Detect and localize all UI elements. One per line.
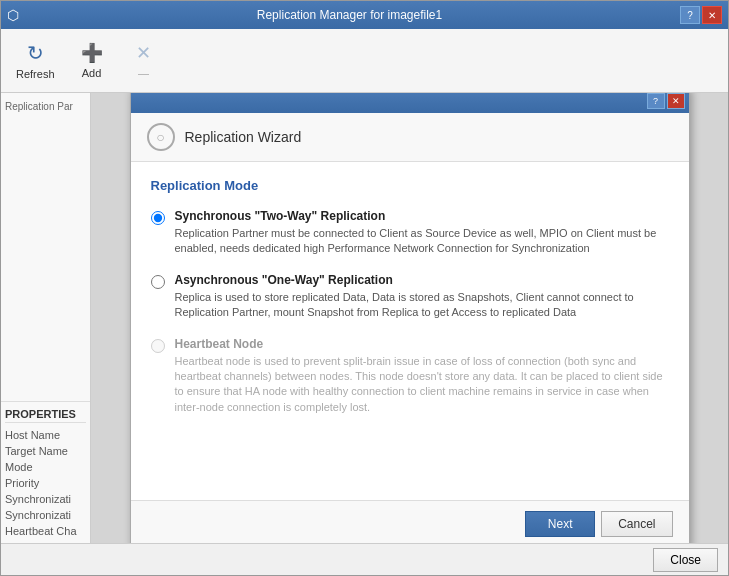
- prop-sync1: Synchronizati: [5, 491, 86, 507]
- option-one-way-label: Asynchronous "One-Way" Replication: [175, 273, 669, 287]
- title-bar: ⬡ Replication Manager for imagefile1 ? ✕: [1, 1, 728, 29]
- content-area: Replication Par PROPERTIES Host Name Tar…: [1, 93, 728, 543]
- option-one-way-content: Asynchronous "One-Way" Replication Repli…: [175, 273, 669, 321]
- prop-heartbeat: Heartbeat Cha: [5, 523, 86, 539]
- delete-label: —: [138, 67, 149, 79]
- title-bar-title: Replication Manager for imagefile1: [19, 8, 680, 22]
- option-two-way: Synchronous "Two-Way" Replication Replic…: [151, 209, 669, 257]
- refresh-label: Refresh: [16, 68, 55, 80]
- option-heartbeat-label: Heartbeat Node: [175, 337, 669, 351]
- add-icon: ➕: [81, 42, 103, 64]
- dialog-header: ○ Replication Wizard: [131, 113, 689, 162]
- option-one-way-desc: Replica is used to store replicated Data…: [175, 290, 669, 321]
- toolbar: ↻ Refresh ➕ Add ✕ —: [1, 29, 728, 93]
- prop-mode: Mode: [5, 459, 86, 475]
- add-button[interactable]: ➕ Add: [68, 35, 116, 87]
- refresh-button[interactable]: ↻ Refresh: [7, 35, 64, 87]
- help-button[interactable]: ?: [680, 6, 700, 24]
- close-button[interactable]: Close: [653, 548, 718, 572]
- properties-panel: PROPERTIES Host Name Target Name Mode Pr…: [1, 401, 90, 543]
- option-heartbeat: Heartbeat Node Heartbeat node is used to…: [151, 337, 669, 416]
- title-bar-icon: ⬡: [7, 7, 19, 23]
- dialog-help-button[interactable]: ?: [647, 93, 665, 109]
- refresh-icon: ↻: [27, 41, 44, 65]
- dialog-header-title: Replication Wizard: [185, 129, 302, 145]
- left-column: Replication Par PROPERTIES Host Name Tar…: [1, 93, 91, 543]
- replication-partner-text: Replication Par: [5, 101, 73, 112]
- dialog-close-button[interactable]: ✕: [667, 93, 685, 109]
- option-two-way-desc: Replication Partner must be connected to…: [175, 226, 669, 257]
- prop-target-name: Target Name: [5, 443, 86, 459]
- prop-host-name: Host Name: [5, 427, 86, 443]
- option-two-way-content: Synchronous "Two-Way" Replication Replic…: [175, 209, 669, 257]
- option-heartbeat-desc: Heartbeat node is used to prevent split-…: [175, 354, 669, 416]
- option-heartbeat-content: Heartbeat Node Heartbeat node is used to…: [175, 337, 669, 416]
- add-label: Add: [82, 67, 102, 79]
- main-content: ? ✕ ○ Replication Wizard Replication Mod…: [91, 93, 728, 543]
- radio-heartbeat[interactable]: [151, 339, 165, 353]
- dialog-body: Replication Mode Synchronous "Two-Way" R…: [131, 162, 689, 500]
- replication-mode-title: Replication Mode: [151, 178, 669, 193]
- option-two-way-label: Synchronous "Two-Way" Replication: [175, 209, 669, 223]
- cancel-button[interactable]: Cancel: [601, 511, 672, 537]
- delete-icon: ✕: [136, 42, 151, 64]
- prop-sync2: Synchronizati: [5, 507, 86, 523]
- radio-one-way[interactable]: [151, 275, 165, 289]
- next-button[interactable]: Next: [525, 511, 595, 537]
- title-bar-controls: ? ✕: [680, 6, 722, 24]
- bottom-bar: Close: [1, 543, 728, 575]
- properties-title: PROPERTIES: [5, 406, 86, 423]
- window-close-button[interactable]: ✕: [702, 6, 722, 24]
- wizard-icon: ○: [147, 123, 175, 151]
- delete-button[interactable]: ✕ —: [120, 35, 168, 87]
- prop-priority: Priority: [5, 475, 86, 491]
- main-window: ⬡ Replication Manager for imagefile1 ? ✕…: [0, 0, 729, 576]
- option-one-way: Asynchronous "One-Way" Replication Repli…: [151, 273, 669, 321]
- dialog-overlay: ? ✕ ○ Replication Wizard Replication Mod…: [91, 93, 728, 543]
- dialog-footer: Next Cancel: [131, 500, 689, 543]
- radio-two-way[interactable]: [151, 211, 165, 225]
- replication-wizard-dialog: ? ✕ ○ Replication Wizard Replication Mod…: [130, 93, 690, 543]
- dialog-title-bar: ? ✕: [131, 93, 689, 113]
- replication-partner-panel: Replication Par: [1, 93, 90, 401]
